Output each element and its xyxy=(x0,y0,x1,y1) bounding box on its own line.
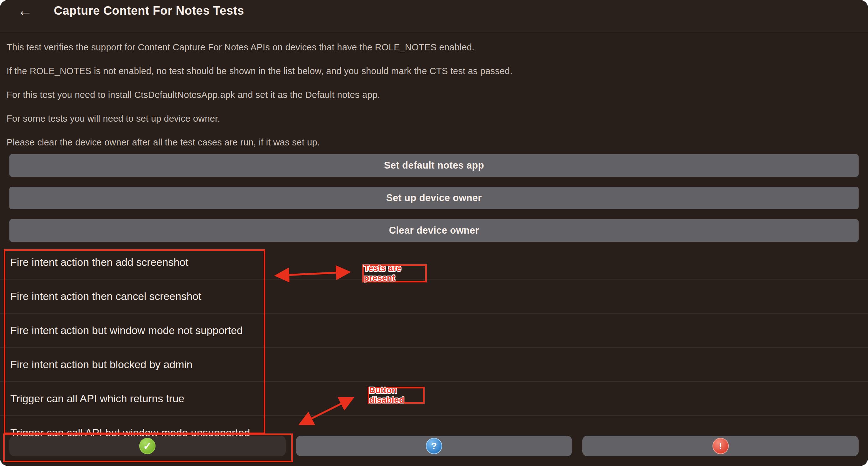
test-row[interactable]: Fire intent action but blocked by admin xyxy=(0,348,868,382)
test-row[interactable]: Fire intent action then cancel screensho… xyxy=(0,279,868,314)
test-row[interactable]: Fire intent action then add screenshot xyxy=(0,245,868,279)
set-default-notes-app-button[interactable]: Set default notes app xyxy=(9,154,859,177)
info-button[interactable]: ? xyxy=(296,436,572,456)
fail-button[interactable]: ! xyxy=(582,436,859,456)
setup-actions: Set default notes app Set up device owne… xyxy=(9,154,859,252)
app-bar: ← Capture Content For Notes Tests xyxy=(0,0,868,33)
instruction-line: This test verifies the support for Conte… xyxy=(7,35,861,59)
verdict-bar: ✓ ? ! xyxy=(9,436,859,456)
set-up-device-owner-button[interactable]: Set up device owner xyxy=(9,187,859,209)
clear-device-owner-button[interactable]: Clear device owner xyxy=(9,219,859,242)
test-row[interactable]: Trigger can call API but window mode uns… xyxy=(0,416,868,436)
pass-button[interactable]: ✓ xyxy=(9,436,286,456)
page-title: Capture Content For Notes Tests xyxy=(54,4,244,18)
check-circle-icon: ✓ xyxy=(139,438,156,454)
instructions-block: This test verifies the support for Conte… xyxy=(7,35,861,154)
cts-verifier-screen: ← Capture Content For Notes Tests This t… xyxy=(0,0,868,466)
test-row[interactable]: Fire intent action but window mode not s… xyxy=(0,314,868,348)
exclamation-circle-icon: ! xyxy=(712,438,729,454)
instruction-line: For this test you need to install CtsDef… xyxy=(7,83,861,107)
instruction-line: If the ROLE_NOTES is not enabled, no tes… xyxy=(7,59,861,83)
instruction-line: Please clear the device owner after all … xyxy=(7,130,861,154)
instruction-line: For some tests you will need to set up d… xyxy=(7,107,861,130)
test-row[interactable]: Trigger can all API which returns true xyxy=(0,382,868,416)
question-circle-icon: ? xyxy=(426,438,442,454)
test-list: Fire intent action then add screenshot F… xyxy=(0,245,868,436)
back-arrow-icon[interactable]: ← xyxy=(18,3,34,18)
